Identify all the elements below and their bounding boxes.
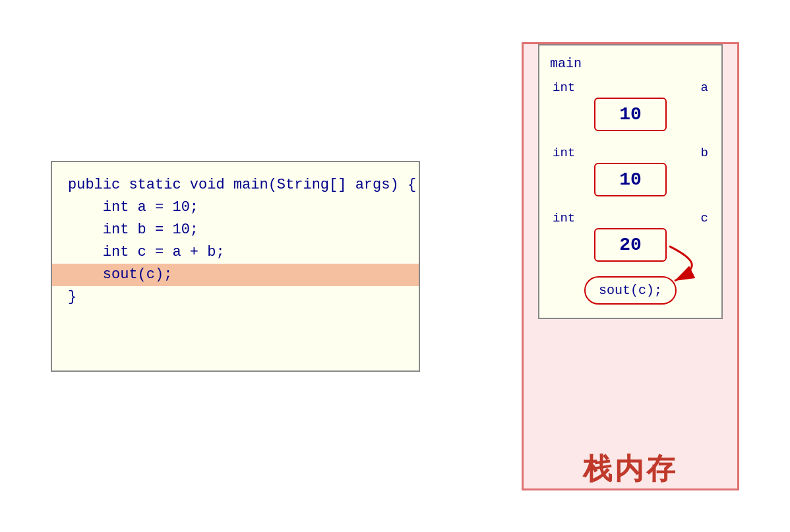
var-name-b: b [701, 146, 708, 160]
var-name-c: c [701, 211, 708, 225]
sout-row: sout(c); [550, 276, 711, 305]
stack-label: 栈内存 [583, 450, 678, 488]
code-line: int c = a + b; [68, 241, 403, 264]
var-type-a: int [553, 80, 575, 95]
var-box-b: 10 [594, 163, 667, 196]
stack-frame: main inta10intb10intc20 sout(c); [538, 44, 723, 319]
var-row-b: intb10 [550, 146, 711, 196]
var-box-a: 10 [594, 98, 667, 131]
code-panel: public static void main(String[] args) {… [51, 161, 420, 372]
code-line: } [68, 286, 403, 309]
var-row-a: inta10 [550, 80, 711, 131]
code-line: public static void main(String[] args) { [68, 174, 403, 196]
code-line: int a = 10; [68, 196, 403, 219]
stack-memory-panel: main inta10intb10intc20 sout(c); 栈内存 [522, 42, 739, 490]
var-type-b: int [553, 146, 575, 160]
sout-oval: sout(c); [584, 276, 677, 305]
code-line: int b = 10; [68, 219, 403, 241]
code-line: sout(c); [52, 264, 419, 286]
frame-label: main [550, 56, 711, 71]
var-name-a: a [701, 80, 708, 95]
var-row-c: intc20 [550, 211, 711, 262]
var-type-c: int [553, 211, 575, 225]
var-box-c: 20 [594, 228, 667, 262]
